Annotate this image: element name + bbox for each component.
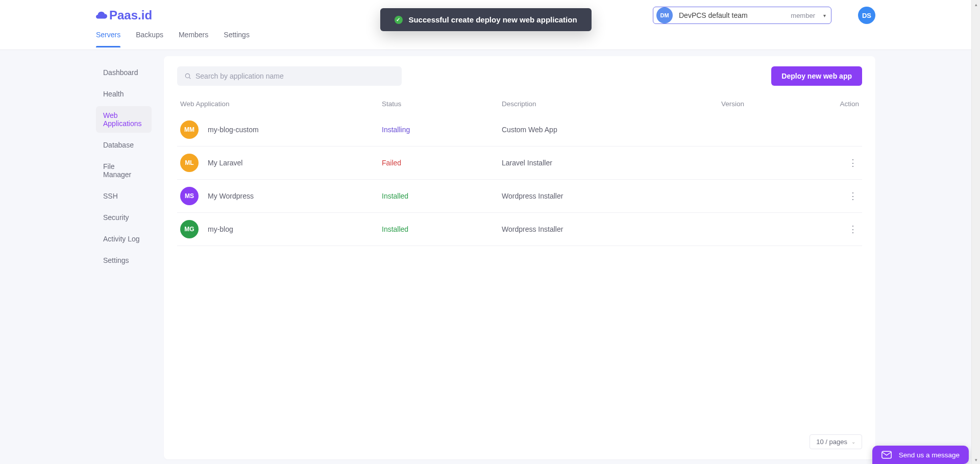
- team-role: member: [791, 12, 815, 19]
- table-header-row: Web Application Status Description Versi…: [177, 95, 862, 113]
- app-status: Installed: [382, 192, 502, 200]
- scrollbar[interactable]: ▴ ▾: [971, 0, 980, 464]
- sidebar-item-health[interactable]: Health: [96, 85, 152, 103]
- sidebar-item-ssh[interactable]: SSH: [96, 187, 152, 205]
- brand-name: Paas.id: [109, 8, 152, 22]
- app-action[interactable]: ⋮: [813, 190, 859, 202]
- chat-label: Send us a message: [899, 451, 960, 459]
- team-avatar: DM: [656, 7, 673, 23]
- sidebar: DashboardHealthWeb ApplicationsDatabaseF…: [96, 50, 164, 464]
- page-size-selector[interactable]: 10 / pages ⌄: [810, 434, 862, 449]
- app-cell: MMmy-blog-custom: [180, 120, 382, 139]
- topnav-item-members[interactable]: Members: [179, 31, 208, 46]
- more-vertical-icon[interactable]: ⋮: [847, 157, 859, 169]
- search-box[interactable]: [177, 66, 402, 86]
- app-cell: MSMy Wordpress: [180, 187, 382, 205]
- app-description: Custom Web App: [502, 126, 721, 134]
- topnav-item-backups[interactable]: Backups: [136, 31, 163, 46]
- team-selector[interactable]: DM DevPCS default team member ▾: [653, 7, 831, 24]
- toast-success: ✓ Successful create deploy new web appli…: [380, 8, 591, 31]
- applications-table: Web Application Status Description Versi…: [177, 95, 862, 246]
- sidebar-item-file-manager[interactable]: File Manager: [96, 157, 152, 184]
- table-row: MGmy-blogInstalledWordpress Installer⋮: [177, 213, 862, 246]
- table-row: MMmy-blog-customInstallingCustom Web App: [177, 113, 862, 146]
- search-icon: [184, 72, 191, 80]
- content-panel: Deploy new web app Web Application Statu…: [164, 56, 875, 459]
- col-header-status: Status: [382, 100, 502, 108]
- toast-message: Successful create deploy new web applica…: [408, 15, 577, 24]
- chevron-down-icon: ⌄: [851, 439, 855, 445]
- chat-widget[interactable]: Send us a message: [872, 446, 969, 464]
- top-nav: ServersBackupsMembersSettings: [96, 31, 875, 50]
- more-vertical-icon[interactable]: ⋮: [847, 190, 859, 202]
- sidebar-item-dashboard[interactable]: Dashboard: [96, 63, 152, 82]
- app-cell: MLMy Laravel: [180, 154, 382, 172]
- top-header: Paas.id DM DevPCS default team member ▾ …: [0, 0, 971, 50]
- sidebar-item-security[interactable]: Security: [96, 208, 152, 227]
- app-status: Installing: [382, 126, 502, 134]
- app-description: Laravel Installer: [502, 159, 721, 167]
- cloud-icon: [96, 11, 107, 20]
- app-name[interactable]: my-blog: [208, 225, 233, 233]
- search-input[interactable]: [195, 72, 395, 80]
- team-name: DevPCS default team: [679, 11, 748, 19]
- col-header-description: Description: [502, 100, 721, 108]
- chevron-down-icon: ▾: [823, 13, 826, 18]
- app-description: Wordpress Installer: [502, 192, 721, 200]
- user-avatar[interactable]: DS: [858, 7, 875, 24]
- table-row: MLMy LaravelFailedLaravel Installer⋮: [177, 146, 862, 180]
- app-action[interactable]: ⋮: [813, 223, 859, 235]
- scroll-down-icon[interactable]: ▾: [972, 455, 980, 464]
- sidebar-item-web-applications[interactable]: Web Applications: [96, 106, 152, 133]
- app-name[interactable]: my-blog-custom: [208, 126, 259, 134]
- app-name[interactable]: My Wordpress: [208, 192, 254, 200]
- col-header-version: Version: [721, 100, 813, 108]
- app-action[interactable]: ⋮: [813, 157, 859, 169]
- deploy-new-web-app-button[interactable]: Deploy new web app: [771, 66, 862, 86]
- sidebar-item-settings[interactable]: Settings: [96, 251, 152, 270]
- app-status: Failed: [382, 159, 502, 167]
- col-header-app: Web Application: [180, 100, 382, 108]
- col-header-action: Action: [813, 100, 859, 108]
- svg-line-1: [189, 78, 191, 79]
- app-name[interactable]: My Laravel: [208, 159, 242, 167]
- more-vertical-icon[interactable]: ⋮: [847, 223, 859, 235]
- page-size-label: 10 / pages: [816, 438, 847, 446]
- pagination: 10 / pages ⌄: [177, 434, 862, 449]
- app-status: Installed: [382, 225, 502, 233]
- table-row: MSMy WordpressInstalledWordpress Install…: [177, 180, 862, 213]
- topnav-item-settings[interactable]: Settings: [224, 31, 250, 46]
- check-circle-icon: ✓: [394, 16, 402, 24]
- app-cell: MGmy-blog: [180, 220, 382, 238]
- app-avatar: MS: [180, 187, 199, 205]
- sidebar-item-database[interactable]: Database: [96, 136, 152, 154]
- topnav-item-servers[interactable]: Servers: [96, 31, 120, 46]
- sidebar-item-activity-log[interactable]: Activity Log: [96, 230, 152, 248]
- app-avatar: ML: [180, 154, 199, 172]
- app-avatar: MG: [180, 220, 199, 238]
- app-description: Wordpress Installer: [502, 225, 721, 233]
- mail-icon: [881, 451, 892, 459]
- scroll-up-icon[interactable]: ▴: [972, 0, 980, 9]
- app-avatar: MM: [180, 120, 199, 139]
- brand-logo[interactable]: Paas.id: [96, 8, 152, 22]
- svg-point-0: [185, 74, 189, 78]
